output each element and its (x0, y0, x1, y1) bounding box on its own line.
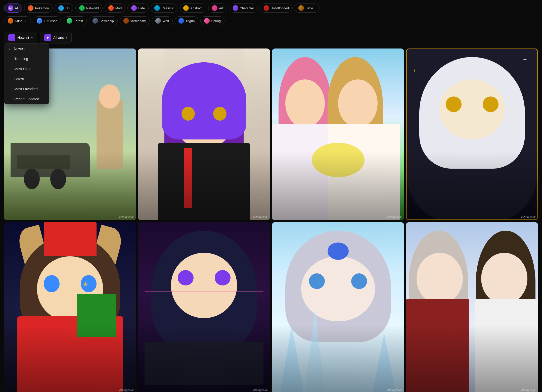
card-overlay (4, 152, 136, 220)
office-face (171, 253, 237, 318)
category-chip-hot-blooded[interactable]: Hot-Blooded (260, 4, 293, 13)
category-bar-row2: Kung Fu Futuristic Forest Battleship Mer… (0, 16, 542, 29)
category-chip-abstract[interactable]: Abstract (179, 4, 206, 13)
image-card-office-girl[interactable]: llamagen.ai (138, 222, 270, 392)
arts-icon-box (44, 34, 51, 41)
card-overlay (272, 325, 404, 392)
spring-icon (204, 18, 210, 24)
category-chip-all[interactable]: All All (4, 4, 22, 13)
image-card-purple-girl[interactable]: llamagen.ai (138, 48, 270, 220)
svg-rect-0 (10, 37, 13, 37)
sort-icon (10, 36, 14, 39)
image-card-pink-duo[interactable]: llamagen.ai (272, 48, 404, 220)
watermark-5: llamagen.ai (119, 388, 133, 391)
art-icon (212, 5, 217, 11)
card-overlay (138, 325, 270, 392)
sort-dropdown-button[interactable]: Newest ▾ (4, 32, 37, 43)
character-icon (233, 5, 238, 11)
check-icon: ✓ (8, 47, 11, 51)
arts-chevron-icon: ▾ (66, 36, 67, 39)
sort-icon-box (8, 34, 15, 41)
dropdown-item-most-favorited[interactable]: Most Favorited (4, 84, 49, 94)
fate-icon (131, 5, 137, 11)
svg-marker-3 (47, 36, 49, 39)
svg-rect-2 (10, 39, 12, 39)
purple-hair-front (162, 62, 246, 139)
pokemon-icon (28, 5, 33, 11)
girl2-face (338, 79, 378, 127)
category-chip-futuristic[interactable]: Futuristic (33, 16, 61, 25)
card-overlay (138, 152, 270, 220)
pilot-head (99, 84, 120, 109)
category-chip-mod[interactable]: Mod (105, 4, 125, 13)
category-chip-wolf[interactable]: Wolf (152, 16, 173, 25)
category-chip-trigun[interactable]: Trigun (175, 16, 198, 25)
white-girl-eye-right (483, 96, 499, 112)
xmas-eye-left (44, 275, 60, 292)
ice-eye-right (351, 273, 367, 289)
office-eye-right (215, 270, 231, 285)
card-overlay (4, 325, 136, 392)
purple-eye-left (182, 107, 195, 121)
dropdown-item-most-liked[interactable]: Most Liked (4, 64, 49, 74)
futuristic-icon (37, 18, 42, 24)
category-chip-forest[interactable]: Forest (63, 16, 87, 25)
card-overlay (406, 152, 538, 220)
category-chip-sabe[interactable]: Sabe... (295, 4, 320, 13)
category-chip-art[interactable]: Art (208, 4, 227, 13)
all-icon: All (8, 5, 13, 11)
sort-chevron-icon: ▾ (31, 36, 33, 39)
category-chip-realistic[interactable]: Realistic (151, 4, 177, 13)
xmas-eye-right (81, 275, 97, 292)
card-overlay (406, 325, 538, 392)
ice-eye-left (309, 273, 325, 289)
forest-icon (67, 18, 72, 24)
mod-icon (108, 5, 114, 11)
image-card-white-girl[interactable]: llamagen.ai (406, 48, 538, 220)
mercenary-icon (123, 18, 129, 24)
watermark-2: llamagen.ai (253, 215, 267, 218)
abstract-icon (183, 5, 189, 11)
battleship-icon (93, 18, 98, 24)
watermark-4: llamagen.ai (521, 215, 535, 218)
winter-girl1-face (417, 253, 463, 304)
watermark-7: llamagen.ai (387, 388, 401, 391)
white-girl-eye-left (446, 96, 462, 112)
image-card-xmas-girl[interactable]: llamagen.ai (4, 222, 136, 392)
image-card-ice-girl[interactable]: llamagen.ai (272, 222, 404, 392)
palworld-icon (79, 5, 85, 11)
category-chip-palworld[interactable]: Palworld (75, 4, 103, 13)
watermark-8: llamagen.ai (521, 388, 535, 391)
category-bar-row1: All All Pokemon 3D Palworld Mod Fate Rea… (0, 0, 542, 16)
dropdown-item-recent-updated[interactable]: Recent updated (4, 94, 49, 104)
watermark-1: llamagen.ai (119, 215, 133, 218)
image-grid: llamagen.ai llamagen.ai (0, 46, 542, 392)
arts-filter-button[interactable]: All arts ▾ (40, 32, 72, 43)
category-chip-mercenary[interactable]: Mercenary (120, 16, 150, 25)
girl1-face (285, 79, 325, 127)
blue-flower (328, 242, 349, 260)
office-eye-left (178, 270, 194, 285)
category-chip-character[interactable]: Character (229, 4, 258, 13)
3d-icon (58, 5, 64, 11)
category-chip-3d[interactable]: 3D (55, 4, 73, 13)
dropdown-item-trending[interactable]: Trending (4, 54, 49, 64)
category-chip-fate[interactable]: Fate (127, 4, 149, 13)
category-chip-kung-fu[interactable]: Kung Fu (4, 16, 31, 25)
category-chip-battleship[interactable]: Battleship (89, 16, 118, 25)
watermark-3: llamagen.ai (387, 215, 401, 218)
image-card-winter-duo[interactable]: llamagen.ai (406, 222, 538, 392)
category-chip-spring[interactable]: Spring (200, 16, 224, 25)
kung-fu-icon (8, 18, 13, 24)
arts-play-icon (46, 36, 50, 39)
winter-girl2-face (481, 253, 527, 304)
dropdown-item-latest[interactable]: Latest (4, 74, 49, 84)
glow-line (145, 291, 263, 291)
card-overlay (272, 152, 404, 220)
ice-face (301, 256, 375, 321)
santa-hat (44, 222, 97, 257)
dropdown-item-newest[interactable]: ✓ Newest (4, 44, 49, 54)
trigun-icon (178, 18, 184, 24)
category-chip-pokemon[interactable]: Pokemon (24, 4, 53, 13)
wolf-icon (155, 18, 161, 24)
